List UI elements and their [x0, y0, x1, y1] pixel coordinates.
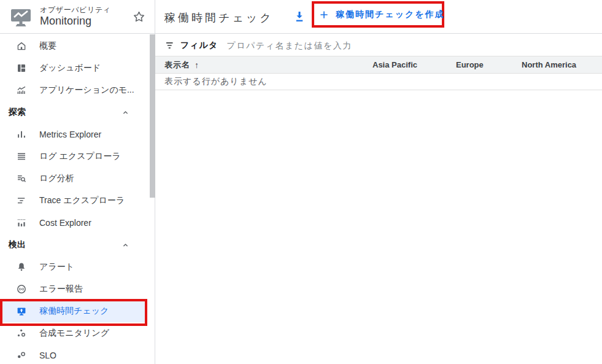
empty-state-message: 表示する行がありません	[164, 76, 268, 87]
page-title: 稼働時間チェック	[164, 10, 274, 25]
sidebar-item-label: 概要	[39, 41, 56, 52]
home-icon	[16, 41, 27, 52]
sidebar-item-synthetic-monitoring[interactable]: 合成モニタリング	[0, 322, 155, 344]
top-bar: オブザーバビリティ Monitoring 稼働時間チェック 稼働時間チェックを作…	[0, 0, 602, 34]
slo-icon	[16, 350, 27, 361]
trace-explorer-icon	[16, 195, 27, 206]
table-header-row: 表示名 ↑ Asia Pacific Europe North America	[155, 56, 602, 74]
column-header-asia-pacific[interactable]: Asia Pacific	[372, 56, 417, 73]
synthetic-monitoring-icon	[16, 328, 27, 339]
star-icon[interactable]	[132, 10, 146, 24]
create-uptime-check-label: 稼働時間チェックを作成	[336, 9, 445, 20]
product-name: Monitoring	[40, 15, 111, 28]
sidebar-item-label: Metrics Explorer	[39, 130, 101, 139]
uptime-checks-icon	[16, 306, 27, 317]
monitoring-uptime-checks-screen: オブザーバビリティ Monitoring 稼働時間チェック 稼働時間チェックを作…	[0, 0, 602, 364]
product-text: オブザーバビリティ Monitoring	[40, 6, 111, 27]
sidebar-item-label: SLO	[39, 350, 56, 360]
sidebar-item-cost-explorer[interactable]: Cost Explorer	[0, 212, 155, 234]
filter-icon	[164, 40, 176, 51]
dashboard-icon	[16, 63, 27, 74]
column-header-europe[interactable]: Europe	[456, 56, 484, 73]
sidebar-item-label: エラー報告	[39, 284, 83, 295]
column-header-north-america[interactable]: North America	[522, 56, 576, 73]
sidebar-item-label: Trace エクスプローラ	[39, 195, 125, 206]
sidebar-item-label: ログ分析	[39, 173, 74, 184]
chevron-up-icon	[121, 108, 130, 117]
sidebar-item-label: 稼働時間チェック	[39, 306, 109, 317]
sidebar-item-label: アラート	[39, 261, 74, 273]
sidebar-item-slo[interactable]: SLO	[0, 344, 155, 364]
annotation-box-create-button: 稼働時間チェックを作成	[312, 1, 444, 28]
download-icon[interactable]	[292, 9, 307, 24]
sidebar-item-label: ダッシュボード	[39, 63, 101, 74]
sidebar-nav: 概要 ダッシュボード アプリケーションのモ... 探索	[0, 34, 155, 364]
sidebar-item-alerts[interactable]: アラート	[0, 256, 155, 278]
sidebar-section-explore[interactable]: 探索	[0, 101, 155, 123]
filter-input[interactable]	[226, 41, 484, 50]
sidebar-item-label: ログ エクスプローラ	[39, 151, 121, 162]
sidebar-section-label: 検出	[9, 239, 26, 250]
sidebar-item-uptime-checks[interactable]: 稼働時間チェック	[2, 300, 145, 322]
sidebar-item-logs-explorer[interactable]: ログ エクスプローラ	[0, 145, 155, 168]
sidebar-section-detect[interactable]: 検出	[0, 234, 155, 256]
sidebar-scrollbar[interactable]	[150, 34, 155, 198]
sidebar-item-dashboards[interactable]: ダッシュボード	[0, 57, 155, 79]
sidebar-item-metrics-explorer[interactable]: Metrics Explorer	[0, 123, 155, 145]
sidebar-item-label: Cost Explorer	[39, 218, 91, 228]
logs-explorer-icon	[16, 151, 27, 162]
column-header-label: Asia Pacific	[372, 60, 417, 69]
column-header-display-name[interactable]: 表示名 ↑	[164, 56, 199, 73]
product-subtitle: オブザーバビリティ	[40, 6, 111, 15]
sidebar-item-label: アプリケーションのモ...	[39, 85, 134, 96]
metrics-explorer-icon	[16, 129, 27, 140]
bell-icon	[16, 261, 27, 273]
sidebar-item-log-analytics[interactable]: ログ分析	[0, 168, 155, 190]
sidebar-item-trace-explorer[interactable]: Trace エクスプローラ	[0, 190, 155, 212]
create-uptime-check-button[interactable]: 稼働時間チェックを作成	[314, 9, 445, 20]
app-monitoring-icon	[16, 85, 27, 96]
sidebar-item-label: 合成モニタリング	[39, 328, 109, 339]
plus-icon	[318, 9, 330, 20]
column-header-label: Europe	[456, 60, 484, 69]
table-empty-row: 表示する行がありません	[155, 74, 602, 90]
sidebar-item-error-reporting[interactable]: エラー報告	[0, 278, 155, 300]
error-reporting-icon	[16, 284, 27, 295]
product-identity: オブザーバビリティ Monitoring	[9, 5, 111, 28]
sidebar-item-application-monitoring[interactable]: アプリケーションのモ...	[0, 79, 155, 101]
column-header-label: 表示名	[164, 60, 190, 71]
chevron-up-icon	[121, 241, 130, 250]
filter-bar: フィルタ	[155, 34, 602, 56]
monitoring-logo-icon	[9, 5, 33, 28]
log-analytics-icon	[16, 173, 27, 184]
sidebar-item-overview[interactable]: 概要	[0, 35, 155, 57]
sidebar-section-label: 探索	[9, 107, 26, 118]
sort-ascending-icon: ↑	[195, 60, 199, 70]
filter-button[interactable]: フィルタ	[164, 40, 218, 51]
filter-label: フィルタ	[180, 40, 218, 51]
cost-explorer-icon	[16, 217, 27, 228]
column-header-label: North America	[522, 60, 576, 69]
